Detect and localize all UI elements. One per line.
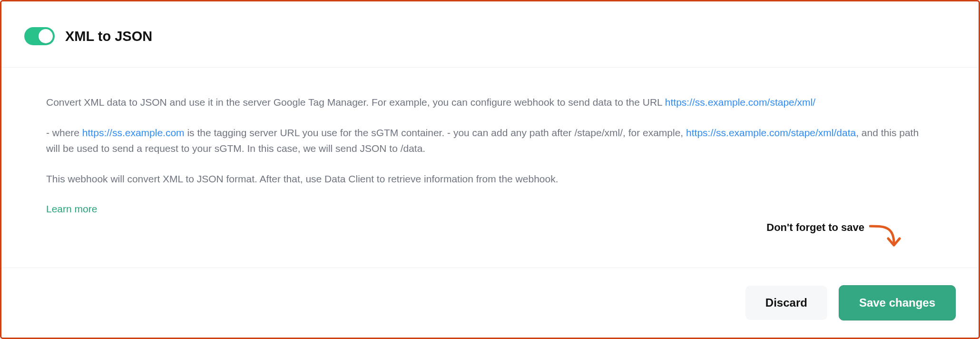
toggle-knob bbox=[39, 29, 53, 43]
save-reminder-annotation: Don't forget to save bbox=[766, 220, 902, 251]
text-segment: Convert XML data to JSON and use it in t… bbox=[46, 97, 665, 108]
text-segment: is the tagging server URL you use for th… bbox=[185, 127, 686, 138]
description-paragraph-1: Convert XML data to JSON and use it in t… bbox=[46, 94, 934, 110]
text-segment: - where bbox=[46, 127, 82, 138]
webhook-url-link[interactable]: https://ss.example.com/stape/xml/ bbox=[665, 97, 815, 108]
xml-to-json-toggle[interactable] bbox=[24, 27, 55, 45]
arrow-icon bbox=[869, 220, 902, 251]
panel-header: XML to JSON bbox=[1, 1, 979, 68]
example-path-url-link[interactable]: https://ss.example.com/stape/xml/data bbox=[686, 127, 856, 138]
settings-panel: XML to JSON Convert XML data to JSON and… bbox=[0, 0, 980, 339]
panel-footer: Discard Save changes bbox=[1, 268, 979, 338]
learn-more-link[interactable]: Learn more bbox=[46, 201, 97, 217]
description-paragraph-3: This webhook will convert XML to JSON fo… bbox=[46, 171, 934, 187]
discard-button[interactable]: Discard bbox=[745, 286, 827, 320]
tagging-server-url-link[interactable]: https://ss.example.com bbox=[82, 127, 185, 138]
description-paragraph-2: - where https://ss.example.com is the ta… bbox=[46, 125, 934, 157]
save-changes-button[interactable]: Save changes bbox=[839, 285, 956, 320]
annotation-text: Don't forget to save bbox=[766, 221, 864, 234]
panel-title: XML to JSON bbox=[65, 29, 152, 44]
